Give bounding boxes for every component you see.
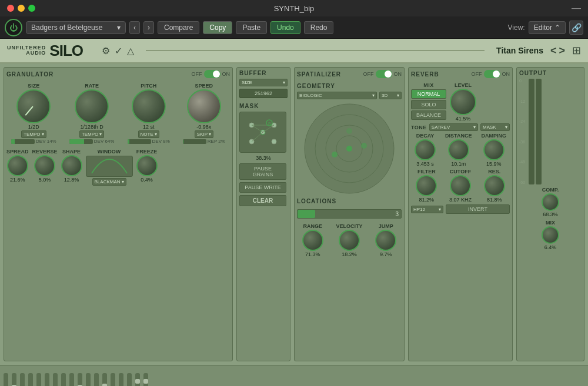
filter-type-dropdown[interactable]: HP12 ▾ (411, 206, 443, 213)
fader-17[interactable] (135, 373, 140, 386)
fader-7[interactable] (53, 373, 58, 386)
tone-dropdown[interactable]: SATREV ▾ (429, 123, 478, 131)
fader-16[interactable] (127, 373, 132, 386)
invert-button[interactable]: INVERT (446, 204, 510, 214)
maximize-button[interactable] (28, 5, 35, 12)
fader-13[interactable] (102, 373, 107, 386)
close-button[interactable] (7, 5, 14, 12)
minimize-icon[interactable]: — (572, 3, 581, 14)
db-labels: 0 -12 -24 -36 -48 -60 (519, 79, 526, 184)
clear-button[interactable]: CLEAR (239, 195, 286, 206)
spread-knob[interactable] (7, 155, 28, 176)
granulator-toggle-track[interactable] (204, 70, 220, 78)
fader-15[interactable] (119, 373, 123, 386)
fader-11[interactable] (86, 373, 91, 386)
logo-text-bottom: AUDIO (26, 51, 46, 56)
pause-write-button[interactable]: PAUSE WRITE (239, 182, 286, 193)
size-knob[interactable] (16, 89, 51, 123)
patch-next-button[interactable]: > (559, 45, 565, 57)
filter-knob[interactable] (416, 175, 437, 196)
damping-knob[interactable] (483, 139, 505, 160)
pitch-mode-dropdown[interactable]: NOTE ▾ (138, 130, 159, 138)
up-icon[interactable]: △ (127, 45, 134, 56)
undo-button[interactable]: Undo (270, 21, 300, 34)
reverb-level-knob[interactable] (450, 89, 476, 115)
decay-knob-group: DECAY 3.453 s (415, 133, 436, 167)
patch-prev-button[interactable]: < (550, 45, 557, 57)
geo-type-dropdown[interactable]: BIOLOGIC ▾ (297, 92, 377, 99)
fader-12[interactable] (94, 373, 99, 386)
reverb-toggle-track[interactable] (484, 70, 500, 78)
compare-button[interactable]: Compare (158, 21, 199, 34)
copy-button[interactable]: Copy (203, 21, 232, 34)
paste-button[interactable]: Paste (236, 21, 267, 34)
fader-4[interactable] (28, 373, 33, 386)
speed-knob[interactable] (187, 89, 221, 123)
locations-count: 3 (395, 210, 399, 219)
fader-5[interactable] (36, 373, 41, 386)
fader-2[interactable] (12, 373, 16, 386)
fader-14[interactable] (111, 373, 115, 386)
mix-balance-button[interactable]: BALANCE (411, 110, 446, 120)
velocity-knob[interactable] (339, 230, 360, 251)
preset-dropdown[interactable]: Badgers of Betelgeuse ▾ (26, 21, 126, 34)
granulator-toggle[interactable]: OFF ON (192, 70, 230, 78)
buffer-size-dropdown[interactable]: SIZE ▾ (239, 79, 288, 86)
check-icon[interactable]: ✓ (115, 45, 122, 56)
shape-knob[interactable] (61, 155, 82, 176)
mask-display: R (239, 112, 286, 153)
mask-dropdown[interactable]: MASK ▾ (480, 123, 510, 131)
fader-3[interactable] (20, 373, 25, 386)
nav-forward-button[interactable]: › (143, 21, 154, 34)
tone-label: TONE (411, 125, 427, 130)
mix-solo-button[interactable]: SOLO (411, 100, 446, 109)
fader-10[interactable] (78, 373, 82, 386)
fader-6[interactable] (45, 373, 49, 386)
speed-mode-dropdown[interactable]: SKIP ▾ (195, 130, 213, 138)
mask-title: MASK (239, 103, 288, 109)
freeze-label: FREEZE (136, 149, 158, 155)
redo-button[interactable]: Redo (304, 21, 334, 34)
size-mode-dropdown[interactable]: TEMPO ▾ (21, 130, 46, 138)
output-title: OUTPUT (519, 70, 582, 76)
output-mix-knob[interactable] (542, 226, 559, 244)
locations-title: LOCATIONS (297, 198, 402, 204)
fader-1[interactable] (4, 373, 8, 386)
speed-knob-group: SPEED -0.98x SKIP ▾ REP 2% (183, 83, 225, 144)
view-selector[interactable]: Editor ⌃ (529, 21, 566, 34)
fader-18[interactable] (143, 373, 148, 386)
svg-point-16 (332, 152, 338, 157)
range-knob[interactable] (302, 230, 323, 251)
size-dev-label: DEV 14% (36, 139, 56, 144)
patch-nav: < > (550, 45, 565, 57)
nav-back-button[interactable]: ‹ (129, 21, 140, 34)
fader-8[interactable] (61, 373, 66, 386)
power-button[interactable]: ⏻ (5, 19, 22, 36)
mix-normal-button[interactable]: NORMAL (411, 89, 446, 99)
link-button[interactable]: 🔗 (569, 21, 583, 35)
pause-grains-button[interactable]: PAUSE GRAINS (239, 163, 286, 180)
rate-mode-dropdown[interactable]: TEMPO ▾ (79, 130, 104, 138)
jump-knob[interactable] (375, 230, 396, 251)
comp-knob[interactable] (542, 193, 559, 211)
grid-icon[interactable]: ⊞ (572, 44, 581, 57)
reverb-toggle[interactable]: OFF ON (472, 70, 510, 78)
pitch-knob[interactable] (132, 89, 166, 123)
fader-group (4, 373, 584, 386)
gear-icon[interactable]: ⚙ (102, 45, 110, 56)
fader-9[interactable] (69, 373, 74, 386)
spatializer-toggle-track[interactable] (376, 70, 392, 78)
cutoff-knob[interactable] (450, 175, 471, 196)
window-type-dropdown[interactable]: BLACKMAN ▾ (92, 178, 126, 186)
res-knob[interactable] (484, 175, 505, 196)
spatializer-toggle[interactable]: OFF ON (363, 70, 402, 78)
minimize-button[interactable] (18, 5, 25, 12)
mask-label: MASK (483, 125, 496, 130)
geo-dim-dropdown[interactable]: 3D ▾ (379, 92, 402, 99)
reverb-level-value: 41.5% (456, 116, 471, 122)
freeze-knob[interactable] (136, 155, 158, 176)
reverse-knob[interactable] (34, 155, 55, 176)
decay-knob[interactable] (415, 139, 436, 160)
distance-knob[interactable] (448, 139, 469, 160)
rate-knob[interactable] (75, 89, 109, 123)
